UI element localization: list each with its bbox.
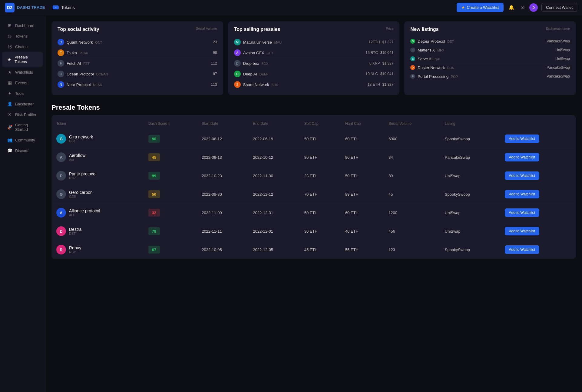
token-ticker: RBY bbox=[69, 250, 81, 254]
social-token-icon: O bbox=[58, 71, 64, 77]
td-listing: UniSwap bbox=[440, 222, 500, 241]
token-ticker: PTR bbox=[69, 176, 96, 180]
td-listing: UniSwap bbox=[440, 167, 500, 185]
sidebar-item-events[interactable]: ▦ Events bbox=[2, 78, 43, 88]
sidebar-label-dashboard: Dashboard bbox=[15, 23, 35, 28]
sidebar-label-chains: Chains bbox=[15, 45, 27, 49]
sidebar-label-discord: Discord bbox=[15, 148, 28, 153]
notification-button[interactable]: 🔔 bbox=[507, 3, 516, 12]
td-hard-cap: 60 ETH bbox=[340, 130, 384, 148]
presale-tokens-section: Presale Tokens TokenDash ScoreℹStart Dat… bbox=[51, 104, 576, 259]
listing-token-icon: S bbox=[410, 56, 415, 61]
sidebar-item-tokens[interactable]: ◎ Tokens bbox=[2, 31, 43, 41]
th-soft-cap: Soft Cap bbox=[299, 118, 340, 130]
td-social-volume: 34 bbox=[384, 148, 440, 167]
td-start-date: 2022-11-09 bbox=[197, 204, 248, 222]
presale-token-name: Avalon GFX GFX bbox=[243, 51, 357, 55]
listing-token-icon: D bbox=[410, 39, 415, 44]
dash-score-badge: 45 bbox=[148, 153, 160, 161]
sidebar-item-discord[interactable]: 💬 Discord bbox=[2, 145, 43, 156]
token-name: Pantir protocol bbox=[69, 171, 96, 176]
sidebar-item-risk-profiler[interactable]: ✕ Risk Profiler bbox=[2, 109, 43, 120]
add-to-watchlist-button[interactable]: Add to Watchlist bbox=[505, 208, 539, 217]
top-presales-row: A Avalon GFX GFX 15 BTC $19 041 bbox=[234, 48, 394, 58]
dash-score-badge: 99 bbox=[148, 172, 160, 180]
mail-button[interactable]: ✉ bbox=[519, 3, 526, 12]
listing-token-name: Portal Processing POP bbox=[418, 74, 540, 79]
th-social-volume: Social Volume bbox=[384, 118, 440, 130]
sidebar-item-chains[interactable]: ⛓ Chains bbox=[2, 42, 43, 52]
td-listing: UniSwap bbox=[440, 204, 500, 222]
add-to-watchlist-button[interactable]: Add to Watchlist bbox=[505, 135, 539, 143]
listing-token-icon: + bbox=[410, 48, 415, 52]
connect-wallet-button[interactable]: Connect Wallet bbox=[541, 3, 577, 12]
table-row: G Gero carbon GER 502022-09-302022-12-12… bbox=[51, 185, 576, 204]
token-ticker: GER bbox=[69, 195, 93, 198]
td-add-watchlist: Add to Watchlist bbox=[500, 167, 576, 185]
presale-token-icon: M bbox=[234, 39, 241, 45]
add-to-watchlist-button[interactable]: Add to Watchlist bbox=[505, 153, 539, 161]
td-add-watchlist: Add to Watchlist bbox=[500, 222, 576, 241]
presale-token-eth: 15 BTC bbox=[360, 51, 378, 55]
logo-icon: D2 bbox=[5, 3, 15, 12]
social-token-name: Near Protocol NEAR bbox=[67, 82, 209, 87]
table-row: G Gira network GIR 902022-06-122022-06-1… bbox=[51, 130, 576, 148]
social-token-name: Quant Network QNT bbox=[67, 40, 210, 45]
token-name: Gero carbon bbox=[69, 190, 93, 195]
social-token-value: 112 bbox=[211, 61, 217, 65]
listing-exchange: UniSwap bbox=[543, 57, 570, 61]
td-dash-score: 32 bbox=[144, 204, 197, 222]
sidebar: ⊞ Dashboard ◎ Tokens ⛓ Chains ◈ Presale … bbox=[0, 15, 45, 392]
discord-icon: 💬 bbox=[7, 148, 12, 153]
dashboard-icon: ⊞ bbox=[7, 23, 12, 28]
sidebar-label-getting-started: Getting Started bbox=[15, 123, 38, 132]
new-listing-row: + Matter FX MFX UniSwap bbox=[410, 46, 570, 55]
td-end-date: 2022-12-12 bbox=[248, 185, 299, 204]
th-hard-cap: Hard Cap bbox=[340, 118, 384, 130]
td-dash-score: 78 bbox=[144, 222, 197, 241]
presale-token-icon: D bbox=[234, 71, 241, 77]
add-to-watchlist-button[interactable]: Add to Watchlist bbox=[505, 171, 539, 180]
presale-token-eth: 13 ETH bbox=[362, 82, 380, 87]
listing-token-icon: D bbox=[410, 65, 415, 70]
add-to-watchlist-button[interactable]: Add to Watchlist bbox=[505, 190, 539, 198]
sidebar-item-tools[interactable]: ✦ Tools bbox=[2, 88, 43, 98]
sidebar-item-getting-started[interactable]: 🚀 Getting Started bbox=[2, 120, 43, 135]
td-dash-score: 50 bbox=[144, 185, 197, 204]
nav-badge[interactable]: ← bbox=[53, 5, 59, 9]
td-listing: SpookySwoop bbox=[440, 241, 500, 259]
td-soft-cap: 50 ETH bbox=[299, 130, 340, 148]
sidebar-label-tools: Tools bbox=[15, 91, 24, 96]
presale-token-icon: D bbox=[234, 60, 241, 67]
sidebar-item-community[interactable]: 👥 Community bbox=[2, 135, 43, 145]
token-ticker: ALP bbox=[69, 213, 100, 217]
add-to-watchlist-button[interactable]: Add to Watchlist bbox=[505, 245, 539, 254]
td-add-watchlist: Add to Watchlist bbox=[500, 148, 576, 167]
sidebar-item-backtester[interactable]: 👤 Backtester bbox=[2, 99, 43, 109]
add-to-watchlist-button[interactable]: Add to Watchlist bbox=[505, 227, 539, 235]
td-token: A Alliance protocol ALP bbox=[51, 204, 144, 222]
create-watchlist-button[interactable]: ★ Create a Watchlist bbox=[457, 3, 504, 12]
main-content: Top social activity Social Volume Q Quan… bbox=[45, 15, 582, 392]
social-token-icon: F bbox=[58, 60, 64, 67]
sidebar-item-watchlists[interactable]: ★ Watchlists bbox=[2, 67, 43, 77]
sidebar-item-dashboard[interactable]: ⊞ Dashboard bbox=[2, 20, 43, 31]
create-watchlist-label: Create a Watchlist bbox=[467, 5, 499, 10]
td-add-watchlist: Add to Watchlist bbox=[500, 185, 576, 204]
token-icon: A bbox=[56, 152, 66, 162]
presale-token-eth: 10 NLC bbox=[360, 72, 378, 76]
app-name: DASH2 TRADE bbox=[17, 5, 45, 10]
th-start-date: Start Date bbox=[197, 118, 248, 130]
social-token-value: 87 bbox=[213, 72, 217, 76]
new-listing-row: S Serve AI SAI UniSwap bbox=[410, 55, 570, 63]
td-end-date: 2022-06-19 bbox=[248, 130, 299, 148]
token-name: Alliance protocol bbox=[69, 208, 100, 213]
listing-exchange: PancakeSwap bbox=[543, 74, 570, 78]
community-icon: 👥 bbox=[7, 138, 12, 142]
td-token: D Destra DST bbox=[51, 222, 144, 241]
sidebar-item-presale-tokens[interactable]: ◈ Presale Tokens bbox=[2, 52, 43, 67]
listing-token-name: Matter FX MFX bbox=[418, 48, 540, 52]
social-token-name: Tsuka Tsuka bbox=[67, 51, 210, 55]
social-token-value: 98 bbox=[213, 51, 217, 55]
top-social-row: N Near Protocol NEAR 113 bbox=[58, 79, 217, 90]
